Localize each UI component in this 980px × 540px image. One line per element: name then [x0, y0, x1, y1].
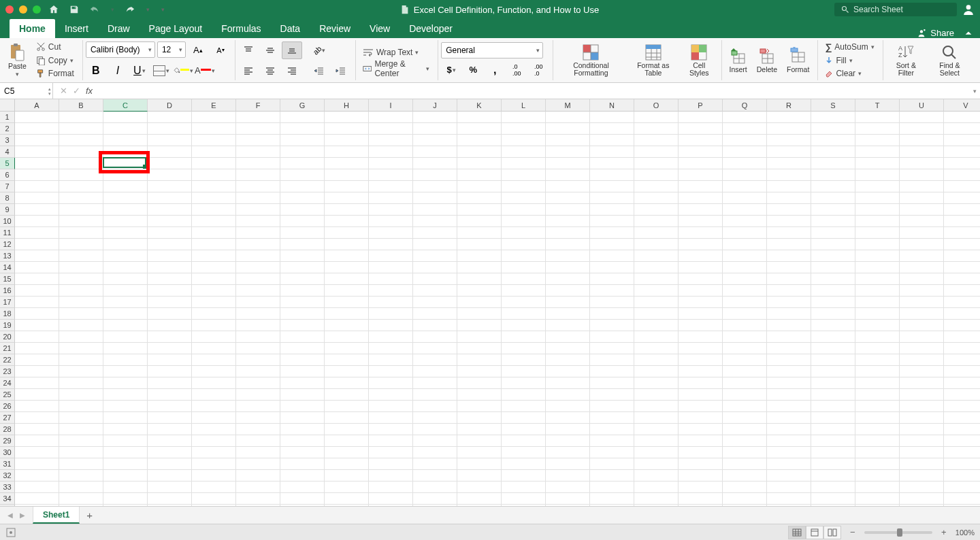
row-header-33[interactable]: 33 — [0, 482, 15, 493]
cell-R2[interactable] — [767, 123, 811, 135]
cell-Q16[interactable] — [723, 285, 767, 297]
cell-R34[interactable] — [767, 493, 811, 505]
cell-O1[interactable] — [634, 112, 679, 123]
cell-A22[interactable] — [15, 354, 59, 366]
cell-I6[interactable] — [369, 169, 413, 181]
cell-P19[interactable] — [679, 320, 723, 331]
cell-F6[interactable] — [236, 169, 280, 181]
cell-R33[interactable] — [767, 482, 811, 493]
zoom-thumb[interactable] — [897, 528, 902, 537]
cell-T33[interactable] — [855, 482, 900, 493]
cell-S31[interactable] — [811, 458, 855, 470]
cell-U9[interactable] — [900, 204, 944, 216]
cancel-formula-icon[interactable]: ✕ — [60, 86, 67, 96]
cell-K2[interactable] — [457, 123, 502, 135]
format-painter-button[interactable]: Format — [32, 67, 78, 80]
cell-M26[interactable] — [546, 401, 590, 412]
cell-P15[interactable] — [679, 273, 723, 285]
cell-Q10[interactable] — [723, 216, 767, 227]
cell-V13[interactable] — [944, 250, 980, 262]
cell-Q29[interactable] — [723, 435, 767, 447]
cell-B5[interactable] — [59, 158, 103, 169]
cell-P16[interactable] — [679, 285, 723, 297]
undo-icon[interactable] — [90, 5, 99, 14]
cell-L5[interactable] — [502, 158, 546, 169]
cell-J4[interactable] — [413, 146, 457, 158]
cell-S9[interactable] — [811, 204, 855, 216]
font-name-select[interactable]: Calibri (Body) — [86, 41, 155, 58]
cell-O2[interactable] — [634, 123, 679, 135]
cell-K8[interactable] — [457, 192, 502, 204]
row-header-13[interactable]: 13 — [0, 250, 15, 262]
cell-F23[interactable] — [236, 366, 280, 377]
cell-D29[interactable] — [148, 435, 192, 447]
cell-G29[interactable] — [280, 435, 325, 447]
cell-I34[interactable] — [369, 493, 413, 505]
cell-F24[interactable] — [236, 377, 280, 389]
cell-R14[interactable] — [767, 262, 811, 273]
cell-O15[interactable] — [634, 273, 679, 285]
cell-T19[interactable] — [855, 320, 900, 331]
cell-M30[interactable] — [546, 447, 590, 458]
cell-V3[interactable] — [944, 135, 980, 146]
cell-T34[interactable] — [855, 493, 900, 505]
accounting-format-button[interactable]: $▾ — [441, 61, 461, 79]
cell-A23[interactable] — [15, 366, 59, 377]
cell-Q26[interactable] — [723, 401, 767, 412]
cell-A24[interactable] — [15, 377, 59, 389]
cell-V23[interactable] — [944, 366, 980, 377]
copy-button[interactable]: Copy — [32, 54, 78, 67]
cell-R32[interactable] — [767, 470, 811, 482]
search-sheet-input[interactable]: Search Sheet — [834, 3, 957, 16]
increase-decimal-button[interactable]: .0.00 — [506, 61, 527, 79]
cell-S5[interactable] — [811, 158, 855, 169]
delete-cells-button[interactable]: Delete — [753, 40, 781, 80]
cell-L15[interactable] — [502, 273, 546, 285]
cell-S1[interactable] — [811, 112, 855, 123]
cell-A16[interactable] — [15, 285, 59, 297]
cell-S2[interactable] — [811, 123, 855, 135]
cell-K30[interactable] — [457, 447, 502, 458]
cell-S14[interactable] — [811, 262, 855, 273]
cell-L1[interactable] — [502, 112, 546, 123]
cell-D21[interactable] — [148, 343, 192, 354]
cell-S18[interactable] — [811, 308, 855, 320]
cell-F26[interactable] — [236, 401, 280, 412]
normal-view-button[interactable] — [788, 526, 806, 539]
cell-H33[interactable] — [325, 482, 369, 493]
cell-L7[interactable] — [502, 181, 546, 192]
cell-V18[interactable] — [944, 308, 980, 320]
cell-K7[interactable] — [457, 181, 502, 192]
cell-B32[interactable] — [59, 470, 103, 482]
zoom-level[interactable]: 100% — [956, 528, 975, 537]
cell-E11[interactable] — [192, 227, 236, 239]
cell-B2[interactable] — [59, 123, 103, 135]
cell-I26[interactable] — [369, 401, 413, 412]
cell-T10[interactable] — [855, 216, 900, 227]
cell-R17[interactable] — [767, 297, 811, 308]
cell-M23[interactable] — [546, 366, 590, 377]
cell-B31[interactable] — [59, 458, 103, 470]
cell-M34[interactable] — [546, 493, 590, 505]
cell-M10[interactable] — [546, 216, 590, 227]
cell-I12[interactable] — [369, 239, 413, 250]
cell-F28[interactable] — [236, 424, 280, 435]
cell-M14[interactable] — [546, 262, 590, 273]
cell-H23[interactable] — [325, 366, 369, 377]
cell-L6[interactable] — [502, 169, 546, 181]
tab-draw[interactable]: Draw — [98, 19, 140, 38]
cell-N6[interactable] — [590, 169, 634, 181]
cell-H25[interactable] — [325, 389, 369, 401]
cell-K6[interactable] — [457, 169, 502, 181]
cell-R18[interactable] — [767, 308, 811, 320]
cell-S30[interactable] — [811, 447, 855, 458]
cell-N18[interactable] — [590, 308, 634, 320]
cell-P20[interactable] — [679, 331, 723, 343]
cell-K15[interactable] — [457, 273, 502, 285]
cell-D22[interactable] — [148, 354, 192, 366]
cell-N23[interactable] — [590, 366, 634, 377]
cell-I30[interactable] — [369, 447, 413, 458]
cell-D32[interactable] — [148, 470, 192, 482]
cell-U7[interactable] — [900, 181, 944, 192]
cell-S19[interactable] — [811, 320, 855, 331]
